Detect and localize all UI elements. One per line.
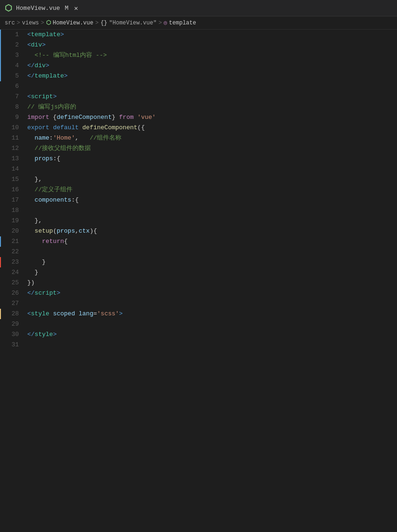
token-scss-val: 'scss' bbox=[97, 309, 119, 319]
code-line-6 bbox=[27, 81, 397, 92]
token-plain: } bbox=[111, 112, 119, 123]
code-line-23: } bbox=[27, 257, 397, 267]
token-tag: > bbox=[46, 61, 49, 71]
breadcrumb-filename[interactable]: HomeView.vue bbox=[53, 20, 93, 26]
breadcrumb-sep-2: > bbox=[41, 20, 44, 26]
line-number-11: 11 bbox=[5, 133, 19, 143]
token-from-kw: from bbox=[119, 112, 134, 123]
code-line-19: }, bbox=[27, 216, 397, 226]
token-plain bbox=[49, 123, 53, 133]
token-scoped-attr: scoped bbox=[53, 309, 75, 319]
line-number-27: 27 bbox=[5, 298, 19, 309]
code-line-25: }) bbox=[27, 278, 397, 288]
modified-indicator: M bbox=[65, 5, 69, 12]
code-line-5: </template> bbox=[27, 71, 397, 81]
close-tab-button[interactable]: ✕ bbox=[74, 4, 78, 12]
token-tag: </ bbox=[27, 288, 35, 298]
token-define-fn: defineComponent bbox=[82, 123, 137, 133]
breadcrumb-braces-icon: {} bbox=[101, 20, 107, 26]
breadcrumb: src > views > ⬡ HomeView.vue > {} "HomeV… bbox=[0, 16, 397, 30]
breadcrumb-template[interactable]: template bbox=[169, 20, 196, 26]
token-string: 'vue' bbox=[137, 112, 156, 123]
token-variable: defineComponent bbox=[56, 112, 111, 123]
line-number-1: 1 bbox=[5, 30, 19, 40]
code-line-22 bbox=[27, 247, 397, 257]
code-line-16: //定义子组件 bbox=[27, 185, 397, 195]
code-line-7: <script> bbox=[27, 92, 397, 102]
token-plain: :{ bbox=[71, 195, 79, 205]
token-tag-name: style bbox=[35, 329, 53, 340]
token-plain: } bbox=[27, 267, 38, 278]
code-line-11: name:'Home', //组件名称 bbox=[27, 133, 397, 143]
line-number-4: 4 bbox=[5, 61, 19, 71]
token-tag: < bbox=[27, 309, 31, 319]
breadcrumb-src[interactable]: src bbox=[5, 20, 15, 26]
token-plain bbox=[75, 309, 79, 319]
code-line-13: props:{ bbox=[27, 154, 397, 164]
line-number-28: 28 bbox=[5, 309, 19, 319]
line-number-30: 30 bbox=[5, 329, 19, 340]
line-numbers: 1234567891011121314151617181920212223242… bbox=[0, 30, 24, 350]
token-plain: = bbox=[93, 309, 97, 319]
line-number-8: 8 bbox=[5, 102, 19, 112]
code-line-15: }, bbox=[27, 174, 397, 185]
token-variable: props bbox=[56, 226, 75, 236]
code-content[interactable]: <template><div> <!-- 编写html内容 --></div><… bbox=[24, 30, 397, 350]
breadcrumb-sep-1: > bbox=[17, 20, 20, 26]
token-tag: > bbox=[56, 288, 60, 298]
token-plain: } bbox=[27, 257, 46, 267]
token-tag: > bbox=[60, 30, 64, 40]
code-line-14 bbox=[27, 164, 397, 174]
token-props-text: name bbox=[35, 133, 49, 143]
line-number-20: 20 bbox=[5, 226, 19, 236]
tab-filename[interactable]: HomeView.vue bbox=[16, 5, 60, 12]
line-number-31: 31 bbox=[5, 340, 19, 350]
token-tag-name: style bbox=[31, 309, 49, 319]
line-number-3: 3 bbox=[5, 50, 19, 61]
token-plain: { bbox=[64, 236, 68, 247]
token-plain: ( bbox=[53, 226, 57, 236]
token-plain bbox=[79, 123, 82, 133]
token-tag-name: script bbox=[31, 92, 53, 102]
line-number-21: 21 bbox=[5, 236, 19, 247]
line-number-16: 16 bbox=[5, 185, 19, 195]
token-plain bbox=[27, 195, 35, 205]
token-tag: < bbox=[27, 92, 31, 102]
line-number-29: 29 bbox=[5, 319, 19, 329]
line-number-10: 10 bbox=[5, 123, 19, 133]
token-comment: //组件名称 bbox=[90, 133, 122, 143]
token-tag: > bbox=[42, 40, 46, 50]
line-number-6: 6 bbox=[5, 81, 19, 92]
line-number-23: 23 bbox=[5, 257, 19, 267]
vue-icon: ⬡ bbox=[5, 3, 12, 13]
code-line-8: // 编写js内容的 bbox=[27, 102, 397, 112]
token-tag-name: script bbox=[35, 288, 57, 298]
token-export-kw: export bbox=[27, 123, 49, 133]
token-plain: }, bbox=[27, 216, 42, 226]
editor-area: 1234567891011121314151617181920212223242… bbox=[0, 30, 397, 350]
code-line-17: components:{ bbox=[27, 195, 397, 205]
code-line-26: </script> bbox=[27, 288, 397, 298]
line-number-25: 25 bbox=[5, 278, 19, 288]
token-plain: }) bbox=[27, 278, 35, 288]
breadcrumb-views[interactable]: views bbox=[22, 20, 39, 26]
code-line-31 bbox=[27, 340, 397, 350]
token-tag-name: template bbox=[31, 30, 60, 40]
token-variable: ctx bbox=[79, 226, 89, 236]
token-tag: < bbox=[27, 40, 31, 50]
code-line-10: export default defineComponent({ bbox=[27, 123, 397, 133]
code-line-12: //接收父组件的数据 bbox=[27, 143, 397, 154]
line-number-15: 15 bbox=[5, 174, 19, 185]
line-number-18: 18 bbox=[5, 205, 19, 216]
token-from-kw: import bbox=[27, 112, 49, 123]
breadcrumb-quoted[interactable]: "HomeView.vue" bbox=[109, 20, 157, 26]
token-tag: > bbox=[53, 329, 57, 340]
code-line-9: import {defineComponent} from 'vue' bbox=[27, 112, 397, 123]
token-tag-name: div bbox=[31, 40, 42, 50]
token-plain: ){ bbox=[90, 226, 97, 236]
token-default-kw: default bbox=[53, 123, 79, 133]
breadcrumb-vue-icon: ⬡ bbox=[46, 19, 51, 26]
token-comment: //定义子组件 bbox=[35, 185, 73, 195]
breadcrumb-sep-3: > bbox=[95, 20, 98, 26]
token-plain: { bbox=[49, 112, 57, 123]
